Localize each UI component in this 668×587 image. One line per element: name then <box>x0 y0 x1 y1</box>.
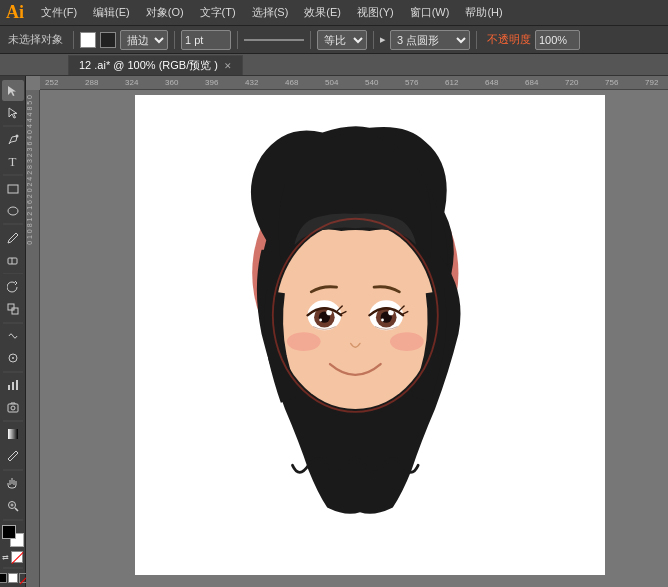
ruler-h-720: 720 <box>565 78 578 87</box>
tool-warp[interactable] <box>2 326 24 347</box>
tool-type[interactable]: T <box>2 151 24 172</box>
menu-file[interactable]: 文件(F) <box>34 3 84 22</box>
tool-separator-6 <box>3 371 23 373</box>
tool-eraser[interactable] <box>2 249 24 270</box>
svg-rect-6 <box>12 308 18 314</box>
stroke-width-input[interactable] <box>181 30 231 50</box>
toolbar-separator-6 <box>476 31 477 49</box>
opacity-input[interactable] <box>535 30 580 50</box>
zoom-select[interactable]: 等比 <box>317 30 367 50</box>
svg-rect-10 <box>12 382 14 390</box>
main-area: T <box>0 76 668 587</box>
canvas-area[interactable] <box>40 90 668 587</box>
menu-select[interactable]: 选择(S) <box>245 3 296 22</box>
ruler-h-684: 684 <box>525 78 538 87</box>
tool-separator-10 <box>3 567 23 569</box>
swap-colors-button[interactable]: ⇄ <box>2 553 9 562</box>
fg-swatch[interactable] <box>2 525 16 539</box>
left-toolbar: T <box>0 76 26 587</box>
canvas-with-vruler: 0 1 0 8 1 2 1 6 2 0 2 4 2 8 3 2 3 6 4 0 … <box>26 90 668 587</box>
fill-swatch[interactable] <box>80 32 96 48</box>
tool-zoom[interactable] <box>2 495 24 516</box>
svg-point-0 <box>15 134 18 137</box>
swatch-controls: ⇄ <box>2 551 23 563</box>
extra-swatches <box>0 573 29 583</box>
tool-direct-select[interactable] <box>2 102 24 123</box>
tool-separator-7 <box>3 420 23 422</box>
ruler-h-612: 612 <box>445 78 458 87</box>
ruler-v-nums: 0 1 0 8 1 2 1 6 2 0 2 4 2 8 3 2 3 6 4 0 … <box>26 95 33 245</box>
tool-rect[interactable] <box>2 178 24 199</box>
svg-point-13 <box>11 406 15 410</box>
menu-object[interactable]: 对象(O) <box>139 3 191 22</box>
tool-graph[interactable] <box>2 375 24 396</box>
tool-pen[interactable] <box>2 129 24 150</box>
ruler-h-756: 756 <box>605 78 618 87</box>
svg-point-30 <box>381 319 384 322</box>
tool-separator-5 <box>3 322 23 324</box>
menu-bar: Ai 文件(F) 编辑(E) 对象(O) 文字(T) 选择(S) 效果(E) 视… <box>0 0 668 26</box>
menu-text[interactable]: 文字(T) <box>193 3 243 22</box>
opacity-label: 不透明度 <box>487 32 531 47</box>
tool-pencil[interactable] <box>2 227 24 248</box>
tab-bar: 12 .ai* @ 100% (RGB/预览 ) ✕ <box>0 54 668 76</box>
ruler-h-504: 504 <box>325 78 338 87</box>
menu-view[interactable]: 视图(Y) <box>350 3 401 22</box>
app-logo: Ai <box>6 2 24 23</box>
toolbar-separator-1 <box>73 31 74 49</box>
stroke-line-preview <box>244 39 304 41</box>
tool-select[interactable] <box>2 80 24 101</box>
horizontal-ruler: 252 288 324 360 396 432 468 504 540 576 … <box>40 76 668 90</box>
tool-rotate[interactable] <box>2 276 24 297</box>
stroke-points-label: ▸ <box>380 33 386 46</box>
svg-point-32 <box>390 332 424 351</box>
canvas-container: 252 288 324 360 396 432 468 504 540 576 … <box>26 76 668 587</box>
tool-separator-4 <box>3 273 23 275</box>
toolbar-separator-5 <box>373 31 374 49</box>
tool-gradient[interactable] <box>2 424 24 445</box>
girl-illustration[interactable] <box>210 110 530 560</box>
toolbar-separator-2 <box>174 31 175 49</box>
color-swatch-container[interactable] <box>2 525 24 547</box>
tool-camera[interactable] <box>2 397 24 418</box>
tab-close-button[interactable]: ✕ <box>224 61 232 71</box>
tool-separator-9 <box>3 519 23 521</box>
svg-point-31 <box>287 332 321 351</box>
options-toolbar: 未选择对象 描边 等比 ▸ 3 点圆形 不透明度 <box>0 26 668 54</box>
svg-rect-9 <box>8 385 10 390</box>
stroke-swatch[interactable] <box>100 32 116 48</box>
ruler-h-432: 432 <box>245 78 258 87</box>
stroke-points-select[interactable]: 3 点圆形 <box>390 30 470 50</box>
svg-point-29 <box>319 319 322 322</box>
ruler-h-648: 648 <box>485 78 498 87</box>
fill-dropdown[interactable]: 描边 <box>120 30 168 50</box>
svg-rect-11 <box>16 380 18 390</box>
menu-effect[interactable]: 效果(E) <box>297 3 348 22</box>
ruler-h-792: 792 <box>645 78 658 87</box>
ruler-h-576: 576 <box>405 78 418 87</box>
svg-rect-1 <box>8 185 18 193</box>
tool-hand[interactable] <box>2 473 24 494</box>
menu-edit[interactable]: 编辑(E) <box>86 3 137 22</box>
svg-line-16 <box>15 508 18 511</box>
ruler-h-324: 324 <box>125 78 138 87</box>
svg-point-20 <box>276 222 435 410</box>
tool-ellipse[interactable] <box>2 200 24 221</box>
ruler-h-288: 288 <box>85 78 98 87</box>
menu-window[interactable]: 窗口(W) <box>403 3 457 22</box>
tool-scale[interactable] <box>2 299 24 320</box>
tool-separator-1 <box>3 125 23 127</box>
extra-swatch-white[interactable] <box>8 573 18 583</box>
none-color-button[interactable] <box>11 551 23 563</box>
menu-help[interactable]: 帮助(H) <box>458 3 509 22</box>
svg-point-2 <box>8 207 18 215</box>
toolbar-separator-4 <box>310 31 311 49</box>
tab-document[interactable]: 12 .ai* @ 100% (RGB/预览 ) ✕ <box>68 55 243 75</box>
tool-symbol[interactable] <box>2 348 24 369</box>
tool-eyedropper[interactable] <box>2 446 24 467</box>
color-swatches: ⇄ <box>0 517 29 583</box>
ruler-h-396: 396 <box>205 78 218 87</box>
ruler-h-252: 252 <box>45 78 58 87</box>
tab-label: 12 .ai* @ 100% (RGB/预览 ) <box>79 58 218 73</box>
extra-swatch-black[interactable] <box>0 573 7 583</box>
